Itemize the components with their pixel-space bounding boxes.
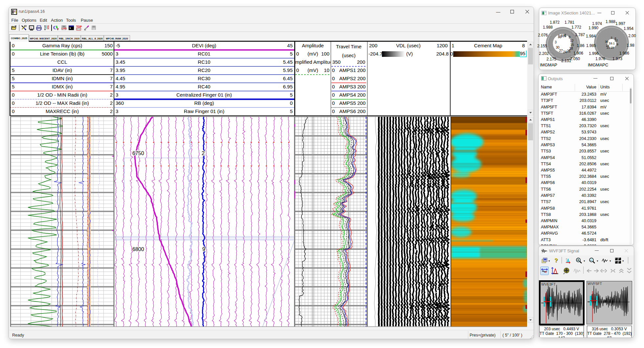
svg-text:1.976: 1.976 [595, 57, 605, 61]
svg-text:6750: 6750 [132, 151, 144, 156]
svg-text:1.906: 1.906 [573, 51, 583, 56]
svg-text:21: 21 [607, 46, 610, 49]
svg-text:3: 3 [555, 40, 557, 44]
svg-text:27: 27 [559, 49, 563, 53]
svg-text:3: 3 [611, 36, 612, 39]
svg-text:9: 9 [568, 35, 570, 39]
svg-text:1.985: 1.985 [586, 43, 596, 48]
svg-text:2.050: 2.050 [570, 57, 580, 61]
svg-text:12: 12 [570, 39, 574, 43]
svg-text:18: 18 [611, 46, 614, 49]
svg-text:1.86: 1.86 [577, 43, 585, 48]
svg-text:30: 30 [605, 40, 608, 43]
svg-text:1.986: 1.986 [619, 51, 629, 56]
svg-text:1.889: 1.889 [558, 34, 566, 38]
svg-text:2.155: 2.155 [537, 44, 547, 48]
svg-text:1.781: 1.781 [565, 20, 574, 25]
svg-text:2.202: 2.202 [539, 51, 549, 56]
svg-text:1.988: 1.988 [606, 19, 615, 24]
svg-text:15: 15 [570, 43, 574, 47]
svg-text:1.973: 1.973 [612, 57, 622, 61]
svg-text:2.076: 2.076 [538, 33, 548, 37]
svg-text:1.997: 1.997 [615, 21, 625, 26]
svg-text:TOP: TOP [76, 25, 82, 28]
svg-text:IMGMAPC: IMGMAPC [588, 62, 608, 67]
svg-text:9: 9 [202, 246, 205, 252]
svg-text:+: + [577, 258, 579, 262]
svg-text:LAS: LAS [62, 27, 67, 30]
svg-text:1.954: 1.954 [624, 26, 633, 31]
svg-text:2.131: 2.131 [561, 58, 571, 63]
svg-text:1.974: 1.974 [592, 21, 602, 26]
svg-text:1.787: 1.787 [575, 33, 585, 37]
svg-text:1.772: 1.772 [571, 25, 581, 30]
svg-text:IMGMAP: IMGMAP [540, 62, 557, 67]
svg-text:1.984: 1.984 [586, 34, 596, 38]
svg-text:2: 2 [202, 151, 205, 156]
svg-text:24: 24 [563, 50, 567, 54]
svg-text:1.996: 1.996 [589, 51, 599, 56]
svg-text:-: - [590, 258, 592, 262]
svg-text:2.00: 2.00 [628, 34, 636, 38]
svg-text:1.98: 1.98 [627, 43, 634, 48]
svg-text:18: 18 [569, 47, 573, 50]
svg-text:1.990: 1.990 [588, 26, 598, 30]
svg-text:6: 6 [614, 37, 616, 40]
svg-text:1.988: 1.988 [543, 25, 553, 30]
svg-text:1.872: 1.872 [550, 20, 560, 25]
svg-text:59.1: 59.1 [609, 42, 615, 45]
svg-text:2.175: 2.175 [546, 57, 556, 61]
svg-text:6800: 6800 [132, 246, 144, 252]
svg-text:9: 9 [616, 43, 618, 46]
